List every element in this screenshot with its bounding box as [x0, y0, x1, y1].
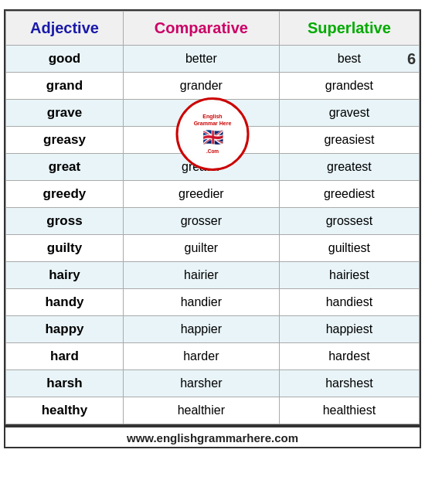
comparative-cell: grosser	[123, 208, 279, 235]
header-comparative: Comparative	[123, 12, 279, 46]
adjective-cell: happy	[6, 316, 124, 343]
adjective-cell: good	[6, 46, 124, 73]
table-row: harshharsherharshest	[6, 370, 420, 397]
comparative-cell: healthier	[123, 397, 279, 424]
table-row: greatgreatergreatest	[6, 154, 420, 181]
table-row: grandgrandergrandest	[6, 73, 420, 100]
adjective-cell: harsh	[6, 370, 124, 397]
table-row: hardharderhardest	[6, 343, 420, 370]
adjective-table: Adjective Comparative Superlative goodbe…	[4, 9, 421, 426]
comparative-cell: better	[123, 46, 279, 73]
comparative-cell: graver	[123, 100, 279, 127]
table-row: hairyhairierhairiest	[6, 262, 420, 289]
header-superlative: Superlative	[279, 12, 419, 46]
table-row: guiltyguilterguiltiest	[6, 235, 420, 262]
adjective-cell: hairy	[6, 262, 124, 289]
superlative-cell: guiltiest	[279, 235, 419, 262]
table-row: gravegravergravest	[6, 100, 420, 127]
footer-url: www.englishgrammarhere.com	[4, 426, 421, 448]
superlative-cell: harshest	[279, 370, 419, 397]
table-row: greedygreediergreediest	[6, 181, 420, 208]
table-row: goodbetterbest6	[6, 46, 420, 73]
header-adjective: Adjective	[6, 12, 124, 46]
adjective-cell: greasy	[6, 127, 124, 154]
adjective-cell: healthy	[6, 397, 124, 424]
adjective-cell: gross	[6, 208, 124, 235]
superlative-cell: greediest	[279, 181, 419, 208]
table-row: healthyhealthierhealthiest	[6, 397, 420, 424]
comparative-cell: grander	[123, 73, 279, 100]
comparative-cell: handier	[123, 289, 279, 316]
comparative-cell: greedier	[123, 181, 279, 208]
comparative-cell: greater	[123, 154, 279, 181]
page-badge: 6	[407, 50, 416, 68]
adjective-cell: grave	[6, 100, 124, 127]
adjective-cell: grand	[6, 73, 124, 100]
superlative-cell: hardest	[279, 343, 419, 370]
adjective-cell: handy	[6, 289, 124, 316]
superlative-cell: hairiest	[279, 262, 419, 289]
superlative-cell: happiest	[279, 316, 419, 343]
adjective-cell: greedy	[6, 181, 124, 208]
table-row: handyhandierhandiest	[6, 289, 420, 316]
adjective-cell: great	[6, 154, 124, 181]
superlative-cell: gravest	[279, 100, 419, 127]
table-row: greasygreasiergreasiest	[6, 127, 420, 154]
superlative-cell: grossest	[279, 208, 419, 235]
superlative-cell: greasiest	[279, 127, 419, 154]
table-row: happyhappierhappiest	[6, 316, 420, 343]
adjective-cell: hard	[6, 343, 124, 370]
adjective-cell: guilty	[6, 235, 124, 262]
comparative-cell: greasier	[123, 127, 279, 154]
superlative-cell: healthiest	[279, 397, 419, 424]
superlative-cell: grandest	[279, 73, 419, 100]
superlative-cell: greatest	[279, 154, 419, 181]
comparative-cell: happier	[123, 316, 279, 343]
comparative-cell: guilter	[123, 235, 279, 262]
comparative-cell: harsher	[123, 370, 279, 397]
superlative-cell: best6	[279, 46, 419, 73]
table-row: grossgrossergrossest	[6, 208, 420, 235]
superlative-cell: handiest	[279, 289, 419, 316]
comparative-cell: harder	[123, 343, 279, 370]
comparative-cell: hairier	[123, 262, 279, 289]
